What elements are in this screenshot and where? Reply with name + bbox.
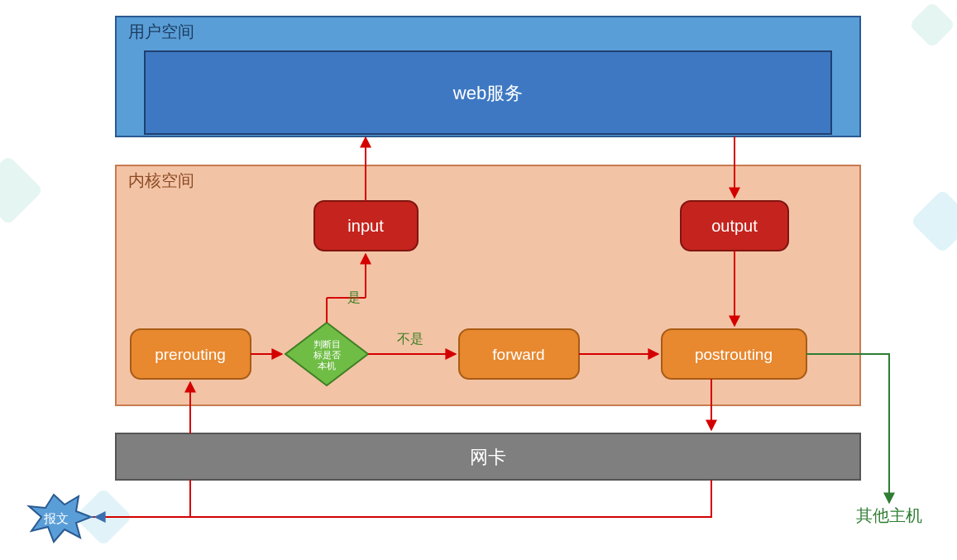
arrow-nic-packet [95, 480, 711, 517]
other-hosts-label: 其他主机 [856, 506, 922, 524]
postrouting-label: postrouting [695, 346, 773, 363]
prerouting-label: prerouting [155, 346, 226, 363]
arrow-nic-prerouting-seg [93, 480, 190, 517]
decision-label-1: 判断目 [313, 339, 341, 349]
user-space-label: 用户空间 [128, 22, 194, 41]
diagram-canvas: 用户空间 web服务 内核空间 input output prerouting … [0, 0, 957, 560]
decision-label-3: 本机 [318, 361, 336, 371]
output-chain-label: output [711, 217, 758, 235]
kernel-space-label: 内核空间 [128, 171, 194, 189]
nic-label: 网卡 [470, 447, 506, 467]
forward-label: forward [492, 346, 544, 363]
decision-no-label: 不是 [397, 332, 423, 346]
packet-label: 报文 [43, 511, 69, 525]
web-service-label: web服务 [452, 83, 523, 103]
decision-label-2: 标是否 [313, 350, 341, 360]
decision-yes-label: 是 [347, 290, 361, 304]
input-chain-label: input [347, 217, 384, 235]
